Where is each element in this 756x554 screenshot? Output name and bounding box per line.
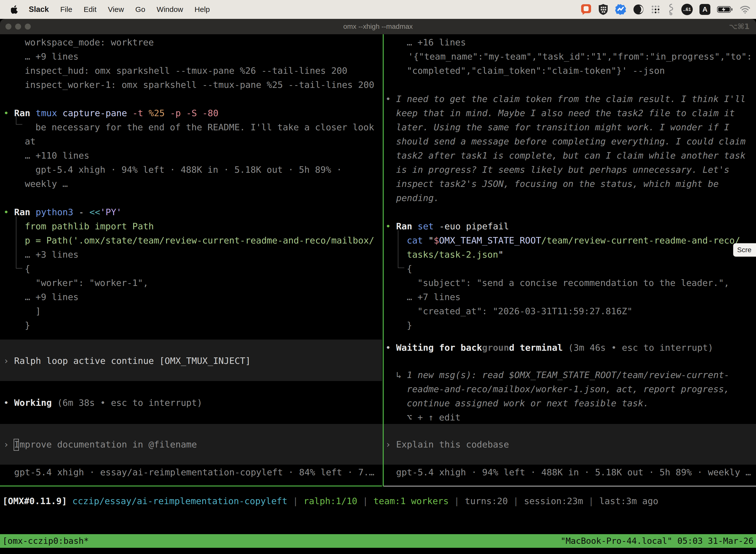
wifi-icon[interactable]: [740, 5, 751, 14]
text-segment: at: [25, 136, 36, 147]
text-segment: Improve documentation in @filename: [14, 439, 197, 449]
text-segment: }: [407, 320, 412, 330]
text-segment: continue assigned work or next feasible …: [407, 398, 649, 408]
crescent-circle-icon[interactable]: [633, 4, 644, 15]
text-segment: Working: [14, 398, 57, 408]
text-segment: keep that in mind. Maybe I also need the…: [396, 108, 735, 118]
menu-view[interactable]: View: [108, 5, 124, 14]
text-segment: -: [79, 207, 89, 217]
text-segment: d terminal: [509, 342, 563, 353]
text-segment: $: [434, 235, 439, 245]
text-segment: OMX_TEAM_STATE_ROOT: [439, 235, 541, 245]
terminal-line: later. Using the same for transition mig…: [382, 120, 756, 134]
terminal-line: … +110 lines: [0, 149, 382, 163]
text-segment: "subject": "send a concise recommendatio…: [418, 278, 729, 288]
text-segment: ⌥ + ↑ edit: [407, 412, 460, 423]
pane-divider[interactable]: [383, 34, 384, 487]
text-segment: •: [385, 221, 391, 231]
text-segment: inspect_hud: omx sparkshell --tmux-pane …: [25, 65, 347, 76]
text-segment: … +7 lines: [407, 292, 460, 302]
text-segment: ": [498, 250, 504, 260]
terminal-line: gpt-5.4 xhigh · 94% left · 488K in · 5.1…: [0, 163, 382, 177]
menu-help[interactable]: Help: [194, 5, 210, 14]
text-segment: (6m 38s • esc to interrupt): [57, 398, 202, 408]
terminal-line: ]: [0, 304, 382, 318]
terminal-line: … +3 lines: [0, 247, 382, 262]
text-segment: Ran: [14, 207, 36, 217]
text-segment: {: [407, 264, 412, 274]
text-segment: cat: [407, 235, 428, 245]
text-segment: session:23m: [524, 496, 583, 506]
text-segment: [OMX#0.11.9]: [2, 496, 72, 506]
text-segment: tmux: [36, 108, 63, 118]
terminal-line: •I need to get the claim token from the …: [382, 92, 756, 106]
dots-grid-icon[interactable]: [650, 4, 660, 14]
battery-icon[interactable]: [717, 5, 733, 13]
terminal-line: •Waiting for background terminal (3m 46s…: [382, 340, 756, 355]
text-segment: "worker": "worker-1",: [36, 278, 148, 288]
terminal-line: ›Explain this codebase: [382, 437, 756, 451]
text-segment: '{"team_name":"my-team","task_id":"1","f…: [408, 51, 752, 62]
terminal-line: '{"team_name":"my-team","task_id":"1","f…: [382, 49, 756, 63]
text-segment: ]: [36, 306, 41, 316]
terminal: workspace_mode: worktree… +9 linesinspec…: [0, 34, 756, 554]
text-segment: ›: [3, 439, 9, 449]
text-segment: |: [583, 496, 599, 506]
text-segment: •: [385, 94, 391, 104]
text-segment: gpt-5.4 xhigh · 94% left · 488K in · 5.1…: [396, 467, 751, 477]
text-segment: should send a message before completing …: [396, 136, 746, 147]
text-segment: |: [508, 496, 524, 506]
terminal-line: inspect task2's JSON, focusing on the st…: [382, 177, 756, 191]
terminal-line: ›Ralph loop active continue [OMX_TMUX_IN…: [0, 354, 382, 368]
terminal-line: workspace_mode: worktree: [0, 35, 382, 49]
terminal-line: p = Path('.omx/state/team/review-current…: [0, 233, 382, 247]
text-segment: turns:20: [465, 496, 508, 506]
sync-badge-icon[interactable]: [615, 4, 626, 15]
text-segment: -euo pipefail: [439, 221, 509, 231]
text-segment: "created_at": "2026-03-31T11:59:27.816Z": [418, 306, 632, 316]
text-segment: ↳: [396, 370, 407, 380]
count-badge-icon[interactable]: ..61: [681, 4, 693, 15]
text-segment: readme-and-reco/mailbox/worker-1.json, a…: [407, 384, 729, 394]
text-segment: -p -S -80: [170, 108, 218, 118]
terminal-line: from pathlib import Path: [0, 219, 382, 233]
terminal-line: "completed","claim_token":"claim-token"}…: [382, 63, 756, 78]
terminal-line: ⌥ + ↑ edit: [382, 410, 756, 425]
terminal-line: gpt-5.4 xhigh · essay/ai-reimplementatio…: [0, 465, 382, 479]
menubar: Slack File Edit View Go Window Help: [0, 0, 756, 19]
text-segment: |: [449, 496, 465, 506]
tmux-status-bar: [omx-cczip0:bash* "MacBook-Pro-44.local"…: [0, 534, 756, 548]
menu-go[interactable]: Go: [135, 5, 145, 14]
text-segment: <<: [89, 207, 100, 217]
text-segment: is in progress? It seems likely but perh…: [396, 165, 730, 175]
shield-grid-icon[interactable]: [598, 4, 608, 15]
terminal-line: is in progress? It seems likely but perh…: [382, 163, 756, 177]
output-connector: [16, 115, 22, 125]
text-segment: … +3 lines: [25, 250, 79, 260]
text-segment: "completed","claim_token":"claim-token"}…: [407, 65, 665, 76]
input-source-icon[interactable]: A: [699, 4, 710, 15]
text-segment: 1 new msg(s): read $OMX_TEAM_STATE_ROOT/…: [407, 370, 729, 380]
terminal-line: •Working (6m 38s • esc to interrupt): [0, 396, 382, 410]
app-menu-slack[interactable]: Slack: [29, 5, 49, 14]
screenshot-icon[interactable]: [581, 4, 591, 15]
text-segment: cczip/essay/ai-reimplementation-copyleft: [72, 496, 288, 506]
terminal-line: {: [382, 262, 756, 276]
apple-menu-icon[interactable]: [11, 5, 18, 14]
menu-edit[interactable]: Edit: [83, 5, 97, 14]
text-segment: /team/review-current-readme-and-reco/: [541, 235, 740, 245]
menu-file[interactable]: File: [60, 5, 72, 14]
pane-right: … +16 lines'{"team_name":"my-team","task…: [382, 34, 756, 487]
text-segment: capture-pane: [63, 108, 132, 118]
squiggle-icon[interactable]: [667, 4, 675, 15]
terminal-line: keep that in mind. Maybe I also need the…: [382, 106, 756, 120]
terminal-line: readme-and-reco/mailbox/worker-1.json, a…: [382, 382, 756, 396]
text-segment: gpt-5.4 xhigh · 94% left · 488K in · 5.1…: [36, 165, 342, 175]
menu-window[interactable]: Window: [157, 5, 183, 14]
terminal-line: }: [382, 318, 756, 332]
text-segment: Waiting for back: [396, 342, 482, 353]
text-segment: workspace_mode: worktree: [25, 37, 154, 47]
text-segment: weekly …: [25, 179, 68, 189]
terminal-line: •Ran set -euo pipefail: [382, 219, 756, 233]
terminal-line: ↳ 1 new msg(s): read $OMX_TEAM_STATE_ROO…: [382, 368, 756, 382]
